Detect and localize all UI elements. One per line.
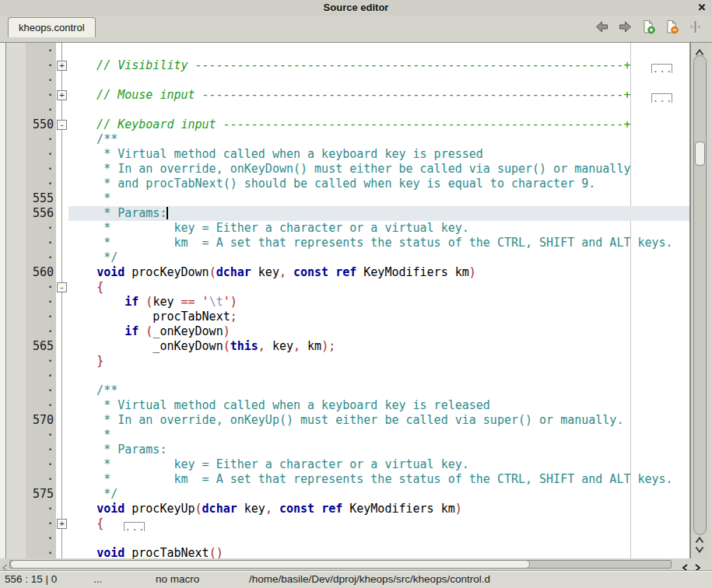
code-line[interactable]: ·+ // Mouse input ----------------------… (6, 88, 689, 103)
fold-toggle[interactable]: + (57, 61, 67, 71)
fold-margin-cell (56, 531, 68, 546)
tab-kheops-control[interactable]: kheops.control (8, 17, 96, 37)
code-line[interactable]: · (6, 369, 689, 383)
nav-forward-button[interactable] (618, 19, 633, 34)
code-line[interactable]: · * Params: (6, 443, 689, 457)
code-line-text[interactable]: procTabNext; (68, 310, 689, 324)
code-line-text[interactable]: if (key == '\t') (68, 295, 689, 310)
code-line-text[interactable] (68, 531, 689, 546)
horizontal-scrollbar[interactable] (0, 558, 712, 570)
code-line[interactable]: 556 * Params: (6, 206, 689, 221)
fold-margin-cell (56, 310, 68, 324)
code-line-text[interactable]: } (68, 354, 689, 369)
code-line[interactable]: · * Virtual method called when a keyboar… (6, 147, 689, 162)
code-line-text[interactable]: void procTabNext() (68, 546, 689, 558)
code-line-text[interactable]: */ (68, 487, 689, 502)
code-line[interactable]: 575 */ (6, 487, 689, 502)
fold-margin-cell (56, 472, 68, 487)
code-line[interactable]: · */ (6, 250, 689, 265)
code-line-text[interactable]: * and procTabNext() should be called whe… (68, 177, 689, 191)
new-document-button[interactable] (641, 19, 656, 34)
fold-toggle[interactable]: - (57, 120, 67, 130)
code-line-text[interactable]: void procKeyDown(dchar key, const ref Ke… (68, 265, 689, 280)
code-line-text[interactable]: * Virtual method called when a keyboard … (68, 398, 689, 413)
code-line[interactable]: · * Virtual method called when a keyboar… (6, 398, 689, 413)
code-line[interactable]: · (6, 73, 689, 88)
code-line-text[interactable]: void procKeyUp(dchar key, const ref KeyM… (68, 502, 689, 516)
gutter-line-number: · (6, 383, 56, 398)
code-line[interactable]: 570 * In an override, onKeyUp() must eit… (6, 413, 689, 428)
code-line[interactable]: · * (6, 428, 689, 443)
code-line-text[interactable]: // Keyboard input ----------------------… (68, 117, 689, 132)
code-line[interactable]: · void procKeyUp(dchar key, const ref Ke… (6, 502, 689, 516)
code-line-text[interactable]: * key = Either a character or a virtual … (68, 221, 689, 236)
code-line-text[interactable]: * (68, 428, 689, 443)
code-line[interactable]: · procTabNext; (6, 310, 689, 324)
code-line[interactable]: 565 _onKeyDown(this, key, km); (6, 339, 689, 354)
code-line[interactable]: · (6, 44, 689, 58)
code-line[interactable]: · * key = Either a character or a virtua… (6, 457, 689, 472)
code-line[interactable]: ·+ {... (6, 516, 689, 531)
code-line[interactable]: ·- { (6, 280, 689, 295)
vertical-scroll-track[interactable] (693, 55, 707, 535)
code-line-text[interactable]: if (_onKeyDown) (68, 324, 689, 339)
code-line[interactable]: · /** (6, 132, 689, 147)
fold-toggle[interactable]: - (57, 282, 67, 292)
code-line-text[interactable]: /** (68, 132, 689, 147)
code-line[interactable]: 550- // Keyboard input -----------------… (6, 117, 689, 132)
remove-document-button[interactable] (665, 19, 679, 34)
code-line-text[interactable]: * Virtual method called when a keyboard … (68, 147, 689, 162)
fold-toggle[interactable]: + (57, 519, 67, 529)
code-line[interactable]: 555 * (6, 191, 689, 206)
code-line-text[interactable] (68, 103, 689, 117)
vertical-scrollbar[interactable] (690, 43, 709, 558)
code-line[interactable]: · * key = Either a character or a virtua… (6, 221, 689, 236)
code-line[interactable]: · * In an override, onKeyDown() must eit… (6, 162, 689, 177)
code-line-text[interactable] (68, 369, 689, 383)
code-line[interactable]: · if (key == '\t') (6, 295, 689, 310)
code-line[interactable]: 560 void procKeyDown(dchar key, const re… (6, 265, 689, 280)
code-line[interactable]: · if (_onKeyDown) (6, 324, 689, 339)
code-line-text[interactable] (68, 44, 689, 58)
code-line[interactable]: · * and procTabNext() should be called w… (6, 177, 689, 191)
code-line[interactable]: ·+ // Visibility -----------------------… (6, 58, 689, 73)
horizontal-scroll-thumb[interactable] (10, 560, 530, 569)
title-bar: Source editor ✕ (0, 0, 712, 16)
code-line-text[interactable]: _onKeyDown(this, key, km); (68, 339, 689, 354)
code-line[interactable]: · void procTabNext() (6, 546, 689, 558)
code-line-text[interactable]: */ (68, 250, 689, 265)
code-line-text[interactable]: // Mouse input -------------------------… (68, 88, 689, 103)
code-line-text[interactable] (68, 73, 689, 88)
code-line-text[interactable]: * (68, 191, 689, 206)
code-line-text[interactable]: * In an override, onKeyUp() must either … (68, 413, 689, 428)
code-line-text[interactable]: * km = A set that represents the status … (68, 236, 689, 250)
code-line-text[interactable]: // Visibility --------------------------… (68, 58, 689, 73)
code-line-text[interactable]: * In an override, onKeyDown() must eithe… (68, 162, 689, 177)
code-line-text[interactable]: { (68, 280, 689, 295)
code-line-text[interactable]: * km = A set that represents the status … (68, 472, 689, 487)
code-line-text[interactable]: {... (68, 516, 689, 531)
code-line[interactable]: · (6, 103, 689, 117)
code-line[interactable]: · /** (6, 383, 689, 398)
fold-toggle[interactable]: + (57, 90, 67, 100)
caret-position-status: 556 : 15 | 0 (5, 571, 57, 588)
gutter-line-number: · (6, 73, 56, 88)
folded-region-box[interactable]: ... (124, 522, 145, 531)
code-line[interactable]: · * km = A set that represents the statu… (6, 472, 689, 487)
close-icon[interactable]: ✕ (696, 1, 708, 15)
code-line-text[interactable]: /** (68, 383, 689, 398)
code-line-text[interactable]: * Params: (68, 443, 689, 457)
code-line[interactable]: · * km = A set that represents the statu… (6, 236, 689, 250)
fold-margin-cell (56, 428, 68, 443)
code-line-text[interactable]: * key = Either a character or a virtual … (68, 457, 689, 472)
code-line[interactable]: · } (6, 354, 689, 369)
code-line-text-current[interactable]: * Params: (68, 206, 689, 221)
gutter-line-number: · (6, 546, 56, 558)
folded-region-box[interactable]: ... (651, 64, 672, 73)
code-line[interactable]: · (6, 531, 689, 546)
scroll-down-arrow-icon[interactable] (695, 542, 704, 556)
split-view-button[interactable] (688, 19, 703, 34)
folded-region-box[interactable]: ... (651, 93, 672, 103)
nav-back-button[interactable] (595, 19, 609, 34)
vertical-scroll-thumb[interactable] (695, 142, 705, 166)
